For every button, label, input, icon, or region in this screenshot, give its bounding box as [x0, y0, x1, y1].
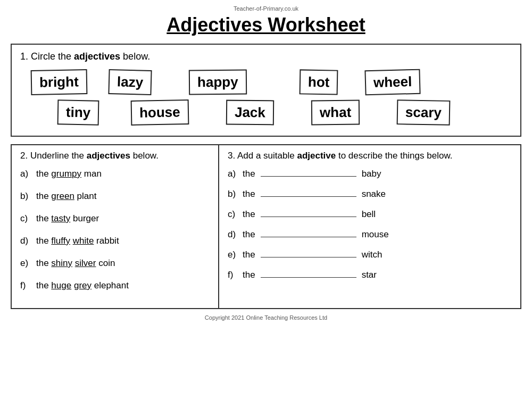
list-label: b)	[20, 191, 32, 202]
list-item: f) the huge grey elephant	[20, 280, 210, 291]
words-row-2: tiny house Jack what scary	[26, 100, 506, 125]
fill-suffix: witch	[362, 250, 383, 260]
list-item: a) the grumpy man	[20, 169, 210, 179]
section1-header-bold: adjectives	[74, 51, 120, 62]
list-label: c)	[228, 209, 239, 220]
fill-suffix: baby	[362, 169, 381, 179]
page-title: Adjectives Worksheet	[11, 14, 521, 36]
fill-suffix: mouse	[362, 229, 389, 240]
section2-header-bold: adjectives	[87, 151, 130, 161]
list-text: the tasty burger	[36, 213, 99, 224]
section1-header: 1. Circle the adjectives below.	[20, 51, 512, 62]
section3: 3. Add a suitable adjective to describe …	[219, 145, 520, 308]
section1: 1. Circle the adjectives below. bright l…	[11, 44, 521, 137]
fill-item: b) the snake	[228, 189, 512, 200]
sections-bottom: 2. Underline the adjectives below. a) th…	[11, 144, 521, 309]
fill-prefix: the	[243, 169, 255, 179]
fill-prefix: the	[243, 229, 255, 240]
list-item: d) the fluffy white rabbit	[20, 236, 210, 246]
fill-prefix: the	[243, 209, 255, 220]
words-row-1: bright lazy happy hot wheel	[26, 70, 506, 95]
fill-prefix: the	[243, 250, 255, 260]
fill-line[interactable]	[261, 277, 356, 278]
list-text: the shiny silver coin	[36, 258, 115, 269]
list-label: e)	[228, 250, 239, 260]
list-text: the fluffy white rabbit	[36, 236, 119, 246]
fill-item: c) the bell	[228, 209, 512, 220]
fill-suffix: star	[362, 270, 377, 280]
fill-line[interactable]	[261, 196, 356, 197]
list-label: e)	[20, 258, 32, 269]
list-text: the grumpy man	[36, 169, 102, 179]
word-lazy[interactable]: lazy	[108, 69, 152, 95]
section2: 2. Underline the adjectives below. a) th…	[12, 145, 219, 308]
section2-header-prefix: 2. Underline the	[20, 151, 87, 161]
site-url: Teacher-of-Primary.co.uk	[11, 5, 521, 12]
list-text: the huge grey elephant	[36, 280, 129, 291]
fill-prefix: the	[243, 189, 255, 200]
list-label: d)	[20, 236, 32, 246]
fill-line[interactable]	[261, 176, 356, 177]
word-tiny[interactable]: tiny	[57, 99, 99, 125]
footer: Copyright 2021 Online Teaching Resources…	[11, 314, 521, 321]
list-label: d)	[228, 229, 239, 240]
word-wheel[interactable]: wheel	[364, 69, 420, 96]
section2-list: a) the grumpy man b) the green plant c) …	[20, 169, 210, 291]
word-house[interactable]: house	[131, 99, 189, 126]
fill-line[interactable]	[261, 237, 356, 237]
list-label: a)	[20, 169, 32, 179]
section3-header-bold: adjective	[297, 151, 336, 161]
list-item: b) the green plant	[20, 191, 210, 202]
fill-item: a) the baby	[228, 169, 512, 179]
section3-header-suffix: to describe the things below.	[336, 151, 452, 161]
section2-header-suffix: below.	[130, 151, 159, 161]
page: Teacher-of-Primary.co.uk Adjectives Work…	[0, 0, 532, 399]
fill-item: d) the mouse	[228, 229, 512, 240]
word-bright[interactable]: bright	[31, 69, 87, 95]
list-item: e) the shiny silver coin	[20, 258, 210, 269]
section2-header: 2. Underline the adjectives below.	[20, 151, 210, 161]
fill-line[interactable]	[261, 257, 356, 257]
fill-suffix: bell	[362, 209, 376, 220]
section3-header: 3. Add a suitable adjective to describe …	[228, 151, 512, 161]
word-hot[interactable]: hot	[300, 69, 338, 95]
fill-line[interactable]	[261, 217, 356, 217]
fill-suffix: snake	[362, 189, 386, 200]
fill-item: f) the star	[228, 270, 512, 280]
word-happy[interactable]: happy	[189, 70, 247, 95]
list-text: the green plant	[36, 191, 96, 202]
words-area: bright lazy happy hot wheel tiny house J…	[20, 68, 512, 127]
list-label: b)	[228, 189, 239, 200]
list-label: a)	[228, 169, 239, 179]
section3-header-prefix: 3. Add a suitable	[228, 151, 297, 161]
section1-header-suffix: below.	[120, 51, 150, 62]
word-what[interactable]: what	[311, 100, 360, 126]
list-label: c)	[20, 213, 32, 224]
list-label: f)	[228, 270, 239, 280]
section3-list: a) the baby b) the snake c) the bell	[228, 169, 512, 280]
word-jack[interactable]: Jack	[226, 100, 274, 126]
section1-header-prefix: 1. Circle the	[20, 51, 74, 62]
list-label: f)	[20, 280, 32, 291]
list-item: c) the tasty burger	[20, 213, 210, 224]
word-scary[interactable]: scary	[396, 99, 450, 126]
fill-item: e) the witch	[228, 250, 512, 260]
fill-prefix: the	[243, 270, 255, 280]
